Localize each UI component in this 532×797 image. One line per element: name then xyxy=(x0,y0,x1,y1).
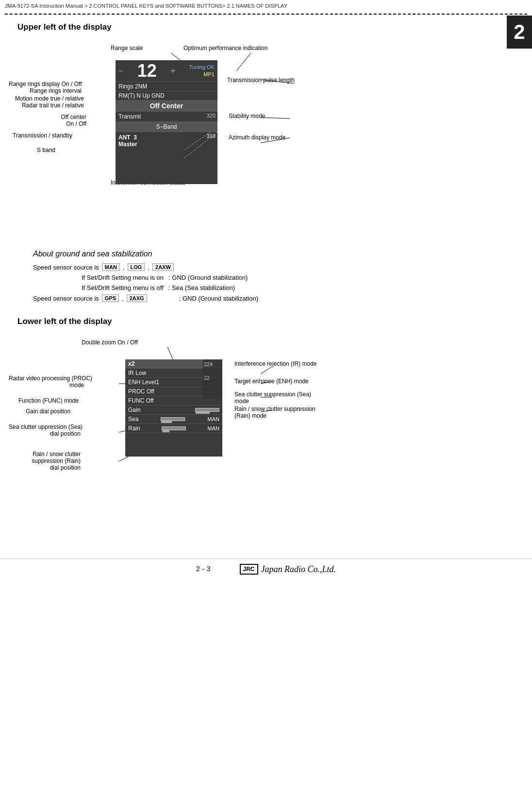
about-row-3: If Set/Drift Setting menu is off : Sea (… xyxy=(33,284,523,291)
radar-plus: + xyxy=(170,66,176,76)
lower-gain-row: Gain xyxy=(125,406,222,415)
svg-line-14 xyxy=(261,367,272,374)
label-optimum-perf: Optimum performance indication xyxy=(183,45,267,51)
lower-gain-bar xyxy=(195,408,219,412)
company-name: Japan Radio Co.,Ltd. xyxy=(261,564,336,575)
svg-line-11 xyxy=(183,132,217,159)
lower-bearing-1: 224 xyxy=(204,361,221,367)
upper-diagram: Range scale Optimum performance indicati… xyxy=(9,41,503,235)
label-radar-video: Radar video processing (PROC) mode xyxy=(9,375,84,389)
upper-heading: Upper left of the display xyxy=(17,22,503,32)
breadcrumb: JMA-9172-SA Instruction Manual > 2.CONTR… xyxy=(0,0,532,12)
speed-source-label-1: Speed sensor source is xyxy=(33,264,99,271)
drift-on-colon: : GND (Ground stabilization) xyxy=(168,274,248,281)
label-rain-snow-dial: Rain / snow clutter suppression (Rain) d… xyxy=(9,451,81,471)
label-range-scale: Range scale xyxy=(111,45,143,51)
lower-heading: Lower left of the display xyxy=(17,317,503,326)
jrc-logo: JRC Japan Radio Co.,Ltd. xyxy=(240,564,336,575)
radar-sband: S−Band xyxy=(156,123,177,130)
radar-rings: Rings 2NM xyxy=(118,83,147,90)
label-double-zoom: Double zoom On / Off xyxy=(82,339,138,346)
section-divider xyxy=(5,14,527,15)
label-gain-dial: Gain dial position xyxy=(26,408,70,415)
page-number: 2－3 xyxy=(196,565,211,574)
about-section: About ground and sea stabilization Speed… xyxy=(9,250,523,302)
label-transmission-pulse: Transmission pulse length xyxy=(227,77,295,84)
drift-off-label: If Set/Drift Setting menu is off xyxy=(82,284,164,291)
radar-rm: RM(T) N Up GND xyxy=(118,92,165,99)
radar-mp: MP1 xyxy=(189,71,215,78)
lower-sea-label: Sea xyxy=(128,416,138,423)
label-stability-mode: Stability mode xyxy=(229,113,265,119)
lower-rain-bar xyxy=(162,426,186,430)
about-row-1: Speed sensor source is MAN , LOG , 2AXW xyxy=(33,263,523,271)
label-off-center: Off center On / Off xyxy=(18,114,86,127)
tuning-ok: Tuning OK xyxy=(189,64,215,71)
badge-2axg: 2AXG xyxy=(127,294,147,302)
label-sea-clutter-dial: Sea clutter uppression (Sea) dial positi… xyxy=(9,424,81,437)
label-motion-mode: Motion mode true / relative Radar trail … xyxy=(9,95,84,109)
lower-radar-display: x2 IR Low ENH Level1 PROC Off FUNC Off G… xyxy=(125,359,222,457)
drift-on-label: If Set/Drift Setting menu is on xyxy=(82,274,164,281)
lower-rain-man: MAN xyxy=(208,425,219,431)
about-heading: About ground and sea stabilization xyxy=(33,250,523,258)
radar-ant: ANT 3 Master xyxy=(118,134,137,148)
svg-line-13 xyxy=(167,347,173,360)
radar-minus: − xyxy=(118,66,124,76)
radar-sweep-lines xyxy=(183,132,217,159)
label-transmission-standby: Transmission / standby xyxy=(13,132,72,139)
speed-source-label-2: Speed sensor source is xyxy=(33,295,99,302)
lower-rain-row: Rain MAN xyxy=(125,424,222,433)
label-rain-snow-mode: Rain / snow clutter suppression (Rain) m… xyxy=(234,406,332,419)
lower-sea-row: Sea MAN xyxy=(125,415,222,424)
lower-sea-man: MAN xyxy=(208,416,219,422)
about-row-2: If Set/Drift Setting menu is on : GND (G… xyxy=(33,274,523,281)
svg-line-12 xyxy=(183,132,210,151)
badge-log: LOG xyxy=(128,263,145,271)
radar-number: 12 xyxy=(137,62,157,80)
badge-2axw: 2AXW xyxy=(152,263,174,271)
bearing-320: 320 xyxy=(207,113,216,119)
lower-sea-bar xyxy=(161,417,185,421)
lower-diagram: Double zoom On / Off Radar video process… xyxy=(9,335,503,544)
label-sea-clutter-mode: Sea clutter suppression (Sea) mode xyxy=(234,391,332,405)
label-range-rings-display: Range rings display On / Off Range rings… xyxy=(9,81,82,94)
label-target-enhance: Target enhance (ENH) mode xyxy=(234,378,309,385)
radar-transmit: Transmit xyxy=(118,113,141,120)
jrc-box: JRC xyxy=(240,564,258,575)
label-azimuth-display: Azimuth display mode xyxy=(229,134,285,141)
about-row-4: Speed sensor source is GPS , 2AXG : GND … xyxy=(33,294,523,302)
upper-section: Upper left of the display xyxy=(0,22,532,245)
lower-gain-label: Gain xyxy=(128,407,140,413)
lower-section: Lower left of the display Doub xyxy=(0,317,532,554)
label-func-mode: Function (FUNC) mode xyxy=(18,397,79,404)
lower-rain-label: Rain xyxy=(128,425,140,432)
gps-colon: : GND (Ground stabilization) xyxy=(179,295,258,302)
radar-off-center: Off Center xyxy=(150,102,183,110)
upper-radar-display: − 12 + Tuning OK MP1 Rings 2NM RM(T) N U… xyxy=(116,60,217,184)
lower-bearing-2: 22 xyxy=(204,375,221,381)
badge-man: MAN xyxy=(102,263,120,271)
badge-gps: GPS xyxy=(102,294,119,302)
svg-line-1 xyxy=(236,53,251,71)
drift-off-colon: : Sea (Sea stabilization) xyxy=(168,284,235,291)
label-s-band: S band xyxy=(37,147,55,153)
label-ir-mode: Interference rejection (IR) mode xyxy=(234,360,316,367)
